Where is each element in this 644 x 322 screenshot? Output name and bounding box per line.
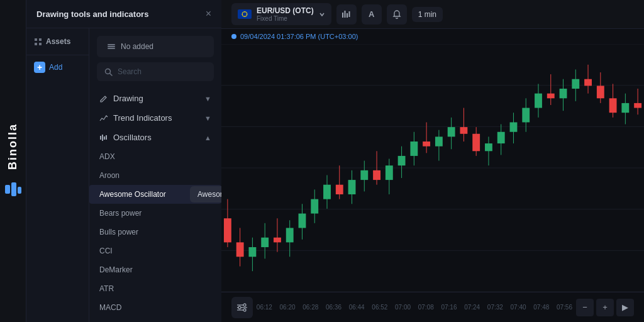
svg-point-24 (243, 309, 246, 311)
add-label: Add (49, 63, 62, 72)
indicator-bulls-power[interactable]: Bulls power (99, 223, 221, 242)
timestamp-dot (231, 34, 236, 39)
candlestick-chart (221, 44, 644, 292)
search-placeholder: Search (118, 67, 142, 76)
panel-body: Assets + Add No added (26, 28, 221, 322)
indicators-panel: No added Search Drawing ▼ (89, 28, 221, 322)
svg-rect-5 (108, 48, 115, 49)
timestamp-text: 09/04/2024 01:37:06 PM (UTC+03:00) (240, 33, 358, 40)
svg-rect-11 (106, 135, 107, 140)
chart-zoom-controls: − + ▶ (576, 299, 634, 316)
indicator-cci[interactable]: CCI (99, 242, 221, 260)
svg-rect-8 (100, 136, 101, 140)
time-label: 07:08 (418, 304, 434, 311)
text-button[interactable]: A (362, 4, 382, 25)
layers-icon (107, 42, 116, 51)
time-label: 07:56 (557, 304, 572, 311)
chart-bottom-bar: 06:1206:2006:2806:3606:4406:5207:0007:08… (221, 292, 644, 322)
timeframe-selector[interactable]: 1 min (412, 7, 443, 22)
indicator-aroon[interactable]: Aroon (99, 166, 221, 185)
chevron-down-icon-trend: ▼ (204, 114, 211, 122)
svg-rect-1 (11, 182, 16, 196)
filter-icon (236, 302, 248, 313)
eur-flag-icon: ★ ★ ★ ★ (238, 9, 252, 19)
trend-icon (99, 114, 108, 123)
assets-icon (34, 38, 42, 46)
indicator-momentum[interactable]: Momentum (99, 317, 221, 322)
time-label: 07:24 (464, 304, 480, 311)
svg-text:★: ★ (244, 15, 246, 18)
zoom-out-button[interactable]: − (576, 299, 594, 316)
add-asset-button[interactable]: + Add (26, 55, 89, 79)
main-chart-area: ★ ★ ★ ★ EUR/USD (OTC) Fixed Time A (221, 0, 644, 322)
chevron-down-icon-asset (319, 11, 325, 18)
panel-header: Drawing tools and indicators × (26, 0, 221, 28)
svg-rect-20 (347, 13, 348, 18)
time-label: 07:48 (533, 304, 549, 311)
time-label: 07:40 (511, 304, 526, 311)
category-trend-label: Trend Indicators (113, 113, 199, 123)
category-trend[interactable]: Trend Indicators ▼ (89, 108, 221, 128)
brand-logo (4, 180, 23, 199)
indicator-macd[interactable]: MACD (99, 298, 221, 317)
time-label: 06:12 (257, 304, 272, 311)
timeframe-label: 1 min (418, 10, 436, 19)
bell-icon (392, 9, 402, 19)
top-toolbar: ★ ★ ★ ★ EUR/USD (OTC) Fixed Time A (221, 0, 644, 29)
svg-rect-19 (344, 11, 345, 18)
svg-rect-18 (342, 13, 343, 18)
category-drawing-label: Drawing (113, 94, 199, 103)
time-label: 06:36 (326, 304, 341, 311)
time-label: 06:52 (372, 304, 387, 311)
time-label: 06:20 (280, 304, 296, 311)
indicator-adx[interactable]: ADX (99, 147, 221, 166)
awesome-oscillator-tooltip: Awesome Oscillator (190, 186, 221, 203)
svg-point-23 (243, 304, 246, 306)
oscillator-list: ADX Aroon Awesome Oscillator Awesome Osc… (89, 147, 221, 322)
alert-button[interactable] (387, 4, 407, 25)
scroll-right-button[interactable]: ▶ (616, 299, 634, 316)
no-added-badge: No added (97, 36, 214, 57)
indicator-demarker[interactable]: DeMarker (99, 260, 221, 279)
assets-header: Assets (26, 28, 89, 55)
indicators-icon (341, 9, 352, 19)
category-oscillators-label: Oscillators (113, 133, 199, 142)
zoom-in-button[interactable]: + (596, 299, 614, 316)
assets-label: Assets (46, 37, 70, 46)
asset-name: EUR/USD (OTC) (257, 6, 314, 15)
time-label: 07:00 (395, 304, 411, 311)
category-oscillators[interactable]: Oscillators ▲ (89, 128, 221, 147)
indicator-awesome-oscillator[interactable]: Awesome Oscillator Awesome Oscillator (89, 185, 221, 204)
indicators-button[interactable] (336, 4, 357, 25)
svg-rect-2 (18, 187, 21, 194)
svg-rect-9 (102, 135, 103, 141)
brand-name: Binolla (6, 123, 19, 170)
svg-rect-4 (108, 46, 115, 47)
no-added-label: No added (121, 42, 153, 51)
category-drawing[interactable]: Drawing ▼ (89, 89, 221, 108)
chevron-up-icon: ▲ (204, 134, 211, 142)
time-label: 07:32 (487, 304, 503, 311)
svg-rect-3 (108, 44, 115, 45)
time-axis: 06:1206:2006:2806:3606:4406:5207:0007:08… (253, 304, 576, 311)
time-label: 06:44 (349, 304, 365, 311)
indicator-atr[interactable]: ATR (99, 279, 221, 298)
asset-subtype: Fixed Time (257, 15, 314, 22)
time-label: 07:16 (441, 304, 457, 311)
brand-bar: Binolla (0, 0, 26, 322)
asset-info: EUR/USD (OTC) Fixed Time (257, 6, 314, 22)
search-box[interactable]: Search (97, 62, 214, 81)
asset-selector[interactable]: ★ ★ ★ ★ EUR/USD (OTC) Fixed Time (231, 3, 331, 25)
drawing-tools-panel: Drawing tools and indicators × Assets + … (26, 0, 221, 322)
indicator-bears-power[interactable]: Bears power (99, 204, 221, 223)
close-button[interactable]: × (206, 9, 211, 19)
svg-rect-0 (5, 185, 10, 194)
oscillator-icon (99, 133, 108, 142)
chart-canvas-area[interactable] (221, 44, 644, 292)
text-icon: A (369, 9, 374, 19)
svg-line-7 (110, 73, 113, 75)
svg-rect-10 (104, 136, 105, 140)
add-icon: + (34, 62, 45, 73)
svg-rect-21 (348, 11, 350, 17)
filter-button[interactable] (231, 297, 253, 318)
